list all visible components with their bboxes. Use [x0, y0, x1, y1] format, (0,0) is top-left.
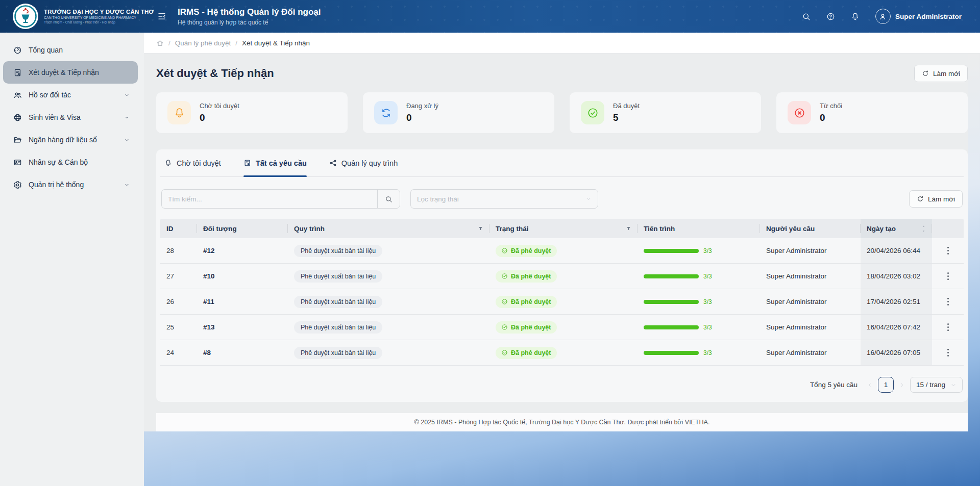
sort-icon[interactable]: [921, 225, 926, 233]
column-header-8: [932, 219, 964, 238]
stats-row: Chờ tôi duyệt0Đang xử lý0Đã duyệt5Từ chố…: [156, 92, 968, 133]
sidebar-item-7[interactable]: Quản trị hệ thống: [0, 173, 144, 196]
column-label: Trạng thái: [496, 225, 529, 233]
row-actions-menu-icon[interactable]: [941, 244, 954, 258]
sidebar-item-6[interactable]: Nhân sự & Cán bộ: [0, 151, 144, 173]
funnel-icon: [478, 226, 483, 232]
requests-table: IDĐối tượngQuy trìnhTrạng tháiTiến trình…: [160, 219, 964, 366]
row-id: 25: [160, 315, 197, 340]
table-body: 28#12Phê duyệt xuất bản tài liệuĐã phê d…: [160, 238, 964, 366]
check-circle-icon: [581, 101, 604, 124]
row-target-link[interactable]: #10: [197, 264, 288, 289]
search-input[interactable]: [162, 190, 377, 208]
column-header-6: Người yêu cầu: [760, 219, 861, 238]
column-label: Tiến trình: [644, 225, 675, 233]
stat-text: Đang xử lý0: [406, 102, 438, 123]
row-target-link[interactable]: #12: [197, 238, 288, 263]
audit-icon: [243, 159, 251, 167]
brand-line3: Trách nhiệm - Chất lượng - Phát triển - …: [44, 20, 154, 24]
tab-2[interactable]: Tất cả yêu cầu: [243, 149, 307, 176]
page-size-select[interactable]: 15 / trang: [910, 377, 963, 393]
filter-row: Lọc trạng thái Làm mới: [161, 189, 963, 209]
status-badge: Đã phê duyệt: [496, 296, 557, 308]
row-id: 27: [160, 264, 197, 289]
workflow-badge: Phê duyệt xuất bản tài liệu: [294, 296, 382, 308]
sidebar-item-5[interactable]: Ngân hàng dữ liệu số: [0, 129, 144, 151]
breadcrumb-item-1[interactable]: Quản lý phê duyệt: [175, 39, 231, 47]
status-badge: Đã phê duyệt: [496, 270, 557, 283]
help-icon[interactable]: [826, 12, 835, 21]
next-page-icon[interactable]: [899, 382, 905, 388]
column-header-4[interactable]: Trạng thái: [489, 219, 638, 238]
row-id: 26: [160, 289, 197, 314]
search-icon[interactable]: [802, 12, 811, 21]
status-badge-label: Đã phê duyệt: [511, 298, 551, 305]
row-status: Đã phê duyệt: [489, 238, 638, 263]
dashboard-icon: [13, 46, 22, 55]
app-header: TRƯỜNG ĐẠI HỌC Y DƯỢC CẦN THƠ CAN THO UN…: [0, 0, 980, 33]
notifications-icon[interactable]: [851, 12, 860, 21]
workflow-badge: Phê duyệt xuất bản tài liệu: [294, 245, 382, 257]
table-row: 27#10Phê duyệt xuất bản tài liệuĐã phê d…: [160, 264, 964, 289]
chevron-down-icon: [585, 196, 592, 202]
university-logo-icon: [12, 3, 39, 30]
row-created-date: 17/04/2026 02:51: [861, 289, 932, 314]
column-header-3[interactable]: Quy trình: [288, 219, 489, 238]
stat-label: Đang xử lý: [406, 102, 438, 110]
sidebar-item-label: Nhân sự & Cán bộ: [29, 158, 88, 166]
user-menu[interactable]: Super Administrator: [875, 9, 962, 24]
search-submit-button[interactable]: [377, 190, 400, 208]
row-actions-menu-icon[interactable]: [941, 270, 954, 283]
sidebar-item-4[interactable]: Sinh viên & Visa: [0, 106, 144, 129]
row-target-link[interactable]: #11: [197, 289, 288, 314]
tab-1[interactable]: Chờ tôi duyệt: [164, 149, 221, 176]
table-refresh-button[interactable]: Làm mới: [909, 190, 963, 208]
requests-panel: Chờ tôi duyệtTất cả yêu cầuQuản lý quy t…: [156, 149, 968, 402]
chevron-down-icon: [950, 382, 957, 388]
column-label: Quy trình: [294, 225, 325, 233]
search-icon: [385, 195, 393, 203]
status-filter-select[interactable]: Lọc trạng thái: [410, 189, 598, 209]
stat-label: Chờ tôi duyệt: [200, 102, 239, 110]
page-number-button[interactable]: 1: [878, 377, 894, 393]
sidebar-item-3[interactable]: Hồ sơ đối tác: [0, 84, 144, 106]
row-actions-menu-icon[interactable]: [941, 346, 954, 360]
refresh-button[interactable]: Làm mới: [914, 65, 968, 82]
sidebar-item-label: Hồ sơ đối tác: [29, 91, 71, 99]
row-actions-menu-icon[interactable]: [941, 295, 954, 309]
app-title: IRMS - Hệ thống Quản lý Đối ngoại: [178, 7, 321, 17]
row-actions: [932, 315, 964, 340]
sync-icon: [374, 101, 398, 124]
sidebar-item-label: Ngân hàng dữ liệu số: [29, 136, 97, 144]
stat-text: Từ chối0: [820, 102, 842, 123]
home-icon[interactable]: [156, 39, 164, 47]
prev-page-icon[interactable]: [867, 382, 873, 388]
menu-fold-icon[interactable]: [157, 12, 166, 21]
table-row: 24#8Phê duyệt xuất bản tài liệuĐã phê du…: [160, 340, 964, 366]
row-actions-menu-icon[interactable]: [941, 321, 954, 334]
sidebar-item-1[interactable]: Tổng quan: [0, 39, 144, 61]
row-actions: [932, 340, 964, 365]
stat-card-3: Đã duyệt5: [570, 92, 761, 133]
breadcrumb: / Quản lý phê duyệt / Xét duyệt & Tiếp n…: [144, 33, 980, 54]
check-circle-icon: [501, 324, 508, 330]
sidebar-item-2[interactable]: Xét duyệt & Tiếp nhận: [3, 61, 138, 84]
tab-3[interactable]: Quản lý quy trình: [329, 149, 398, 176]
university-brand: TRƯỜNG ĐẠI HỌC Y DƯỢC CẦN THƠ CAN THO UN…: [0, 3, 144, 30]
audit-icon: [13, 68, 22, 77]
row-target-link[interactable]: #8: [197, 340, 288, 365]
row-workflow: Phê duyệt xuất bản tài liệu: [288, 264, 489, 289]
row-target-link[interactable]: #13: [197, 315, 288, 340]
row-requester: Super Administrator: [760, 264, 861, 289]
sidebar: Tổng quanXét duyệt & Tiếp nhậnHồ sơ đối …: [0, 33, 144, 486]
column-header-5: Tiến trình: [638, 219, 760, 238]
column-header-7[interactable]: Ngày tạo: [861, 219, 932, 238]
tab-label: Quản lý quy trình: [341, 159, 398, 167]
tab-label: Tất cả yêu cầu: [256, 159, 307, 167]
progress-label: 3/3: [703, 298, 712, 305]
pagination: Tổng 5 yêu cầu 1 15 / trang: [160, 377, 964, 393]
reload-icon: [917, 195, 924, 202]
workflow-icon: [329, 159, 337, 167]
sidebar-item-label: Tổng quan: [29, 46, 63, 54]
status-filter-placeholder: Lọc trạng thái: [417, 195, 459, 203]
